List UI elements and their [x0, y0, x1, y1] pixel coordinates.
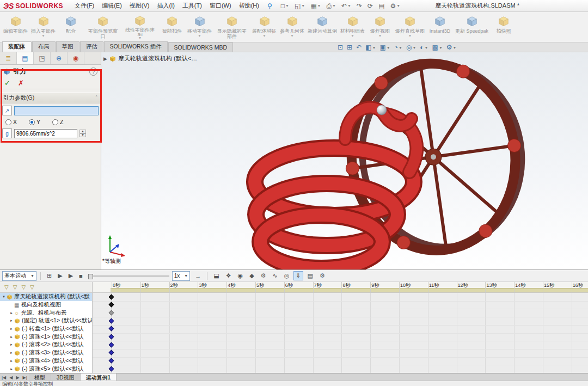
tree-row[interactable]: ▸(-) 滚珠<5> (默认<<默认 [0, 365, 92, 373]
assembly-features-button[interactable]: 装配体特征▼ [251, 13, 278, 41]
tree-row[interactable]: ▸(固定) 轨道<1> (默认<<默认 [0, 317, 92, 325]
calculate-icon[interactable]: ⊞ [45, 271, 54, 280]
update-speedpak-button[interactable]: 更新 Speedpak [454, 13, 489, 41]
reference-geometry-button[interactable]: 参考几何体▼ [279, 13, 305, 41]
spin-down-icon[interactable]: ▼ [79, 133, 86, 137]
featuremanager-tab[interactable]: ≣ [0, 52, 17, 64]
filter-selected-icon[interactable]: ▽ [21, 284, 26, 290]
radio-Y-icon[interactable] [29, 119, 35, 125]
menu-item-3[interactable]: 视图(V) [126, 0, 154, 11]
insert-components-button[interactable]: 插入零部件▼ [30, 13, 57, 41]
collapse-chevron-icon[interactable]: ˆ [96, 95, 98, 101]
filter-results-icon[interactable]: ▽ [30, 284, 34, 290]
menu-item-4[interactable]: 插入(I) [153, 0, 178, 11]
tree-expand-icon[interactable]: ▸ [9, 318, 14, 323]
new-motion-study-button[interactable]: 新建运动算例 [307, 13, 338, 41]
zoom-area-icon[interactable]: ⊞ [347, 44, 352, 51]
stop-icon[interactable]: ■ [77, 271, 85, 280]
explode-line-sketch-button[interactable]: 爆炸直线草图▼ [394, 13, 426, 41]
filter-driving-icon[interactable]: ▽ [13, 284, 17, 290]
menu-item-7[interactable]: 帮助(H) [235, 0, 263, 11]
play-from-start-icon[interactable]: ▶ [56, 271, 64, 280]
timeline-key-blue[interactable] [109, 350, 114, 356]
tab-草图[interactable]: 草图 [56, 41, 79, 52]
radio-Z-icon[interactable] [52, 119, 58, 125]
tree-row[interactable]: ▸(-) 转盘<1> (默认<<默认 [0, 325, 92, 333]
tab-SOLIDWORKS MBD[interactable]: SOLIDWORKS MBD [168, 42, 233, 52]
tab-评估[interactable]: 评估 [80, 41, 103, 52]
tab-装配体[interactable]: 装配体 [2, 41, 32, 52]
gravity-direction-input[interactable] [14, 106, 99, 115]
flyout-tree-breadcrumb[interactable]: ▶ 摩天轮轨道滚珠机构 (默认<… [103, 54, 197, 63]
timeline-area[interactable] [93, 293, 588, 373]
show-hidden-components-button[interactable]: 显示隐藏的零部件 [214, 13, 250, 41]
tree-expand-icon[interactable]: ▸ [9, 367, 14, 371]
menu-item-1[interactable]: 文件(F) [71, 0, 98, 11]
print-icon[interactable]: ⎙▼ [325, 2, 337, 10]
file-properties-icon[interactable]: ▤ [377, 2, 385, 10]
displaymanager-tab[interactable]: ◉ [68, 52, 84, 64]
view-orientation-icon[interactable]: ▣▼ [379, 44, 390, 51]
tree-row[interactable]: ▸(-) 滚珠<2> (默认<<默认 [0, 341, 92, 349]
exploded-view-button[interactable]: 爆炸视图▼ [367, 13, 393, 41]
gravity-magnitude-input[interactable] [14, 129, 77, 138]
linear-pattern-button[interactable]: 线性零部件阵列▼ [122, 13, 158, 41]
instant3d-button[interactable]: Instant3D [427, 13, 453, 41]
save-animation-icon[interactable]: ⬓ [211, 271, 221, 280]
playback-mode-icon[interactable]: → [193, 272, 203, 280]
flyout-expand-icon[interactable]: ▶ [103, 56, 107, 62]
radio-X-icon[interactable] [5, 119, 11, 125]
take-snapshot-button[interactable]: 拍快照 [491, 13, 517, 41]
magnitude-spinner[interactable]: ▲▼ [79, 130, 86, 137]
tab-布局[interactable]: 布局 [32, 41, 56, 52]
tree-row[interactable]: ▸(-) 滚珠<4> (默认<<默认 [0, 357, 92, 365]
undo-icon[interactable]: ↶▼ [340, 2, 352, 10]
pushpin-icon[interactable]: ⚲ [267, 2, 272, 10]
spring-icon[interactable]: ∿ [270, 271, 279, 280]
menu-item-5[interactable]: 工具(T) [179, 0, 206, 11]
gravity-parameters-section-header[interactable]: 引力参数(G) ˆ [0, 93, 101, 103]
timeline-key-gray[interactable] [109, 310, 114, 315]
timeline-key-blue[interactable] [109, 366, 114, 371]
add-key-icon[interactable]: ◆ [247, 271, 256, 280]
timeline-key-blue[interactable] [109, 358, 114, 364]
apply-scene-icon[interactable]: ▩▼ [432, 44, 443, 51]
cancel-button[interactable]: ✗ [18, 79, 24, 87]
timeline-scrub-slider[interactable] [88, 272, 169, 280]
move-component-button[interactable]: 移动零部件▼ [186, 13, 213, 41]
display-style-icon[interactable]: ◔▼ [394, 44, 402, 51]
results-plots-icon[interactable]: ▤ [305, 271, 315, 280]
view-settings-icon[interactable]: ⚙▼ [446, 44, 457, 51]
timeline-key-black[interactable] [109, 302, 114, 308]
axis-radio-Z[interactable]: Z [52, 119, 63, 125]
timeline-key-black[interactable] [109, 294, 114, 299]
timeline-key-blue[interactable] [109, 326, 114, 332]
motor-icon[interactable]: ⚙ [259, 271, 268, 280]
timeline-key-blue[interactable] [109, 318, 114, 323]
study-type-combo[interactable]: 基本运动 ▼ [2, 271, 36, 281]
component-preview-button[interactable]: 零部件预览窗口 [85, 13, 121, 41]
edit-component-button[interactable]: 编辑零部件 [2, 13, 29, 41]
playback-speed-combo[interactable]: 1x ▼ [172, 271, 191, 281]
viewport-3d[interactable]: ▶ 摩天轮轨道滚珠机构 (默认<… [101, 52, 588, 269]
previous-view-icon[interactable]: ↶ [356, 44, 362, 51]
filter-animated-icon[interactable]: ▽ [4, 284, 9, 290]
hide-show-items-icon[interactable]: ◎▼ [406, 44, 416, 51]
menu-item-6[interactable]: 窗口(W) [206, 0, 235, 11]
menu-item-2[interactable]: 编辑(E) [98, 0, 126, 11]
rebuild-icon[interactable]: ⟳ [366, 2, 374, 10]
tree-row[interactable]: ▾摩天轮轨道滚珠机构 (默认<默 [0, 293, 92, 301]
open-icon[interactable]: ◱▼ [293, 2, 306, 10]
tree-expand-icon[interactable]: ▸ [9, 359, 14, 363]
slider-handle[interactable] [88, 274, 93, 279]
axis-radio-X[interactable]: X [5, 119, 17, 125]
tree-expand-icon[interactable]: ▸ [9, 311, 14, 315]
timeline-key-blue[interactable] [109, 342, 114, 347]
play-icon[interactable]: ▶ [66, 271, 75, 280]
contact-icon[interactable]: ◎ [282, 271, 292, 280]
propertymanager-tab[interactable]: ▤ [17, 52, 34, 64]
motion-properties-icon[interactable]: ⚙ [317, 271, 327, 280]
options-gear-icon[interactable]: ⚙▼ [389, 2, 401, 10]
tree-expand-icon[interactable]: ▾ [1, 295, 7, 299]
redo-icon[interactable]: ↷ [356, 2, 363, 10]
